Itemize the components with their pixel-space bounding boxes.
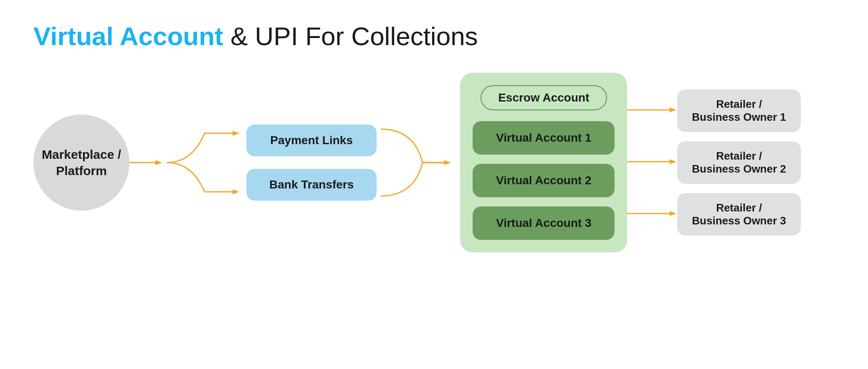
retailer-row-2: Retailer / Business Owner 2 [627,141,800,184]
virtual-account-3: Virtual Account 3 [473,206,615,240]
retailer-box-2: Retailer / Business Owner 2 [677,141,800,184]
retailer1-line1: Retailer / [716,98,762,110]
virtual-accounts-list: Virtual Account 1 Virtual Account 2 Virt… [473,121,615,240]
retailer2-line1: Retailer / [716,150,762,162]
retailer-box-1: Retailer / Business Owner 1 [677,89,800,132]
title-rest: & UPI For Collections [223,22,478,51]
virtual-account-2: Virtual Account 2 [473,164,615,197]
page-container: Virtual Account & UPI For Collections Ma… [0,0,868,369]
right-bracket-connector [377,96,460,229]
retailer-row-3: Retailer / Business Owner 3 [627,193,800,236]
retailer-section: Retailer / Business Owner 1 Retailer / B… [627,89,800,236]
svg-marker-1 [155,160,162,165]
diagram-area: Marketplace / Platform [33,73,835,252]
page-title: Virtual Account & UPI For Collections [33,21,835,52]
marketplace-line1: Marketplace / [42,148,121,161]
svg-marker-6 [670,107,676,112]
marketplace-to-bracket-arrow [129,158,163,167]
va1-arrow [627,106,677,116]
marketplace-line2: Platform [56,164,107,178]
escrow-container: Escrow Account Virtual Account 1 Virtual… [460,73,627,252]
retailer3-line1: Retailer / [716,201,762,214]
virtual-account-1: Virtual Account 1 [473,121,615,155]
payment-links-box: Payment Links [246,125,377,156]
svg-marker-8 [670,159,676,164]
va3-arrow [627,209,677,219]
retailer-row-1: Retailer / Business Owner 1 [627,89,800,132]
title-highlight: Virtual Account [33,22,223,51]
svg-marker-10 [670,211,676,216]
svg-marker-2 [233,131,239,136]
retailer1-line2: Business Owner 1 [692,111,786,123]
marketplace-label: Marketplace / Platform [42,146,121,179]
va2-arrow [627,158,677,168]
escrow-title: Escrow Account [481,85,607,110]
bracket-connector [163,104,246,221]
payment-methods: Payment Links Bank Transfers [246,125,377,201]
svg-marker-4 [444,160,451,165]
retailer2-line2: Business Owner 2 [692,163,786,175]
retailer-box-3: Retailer / Business Owner 3 [677,193,800,236]
marketplace-node: Marketplace / Platform [33,115,129,211]
title-area: Virtual Account & UPI For Collections [33,21,835,52]
bank-transfers-box: Bank Transfers [246,169,377,201]
svg-marker-3 [233,189,239,194]
retailer3-line2: Business Owner 3 [692,214,786,227]
